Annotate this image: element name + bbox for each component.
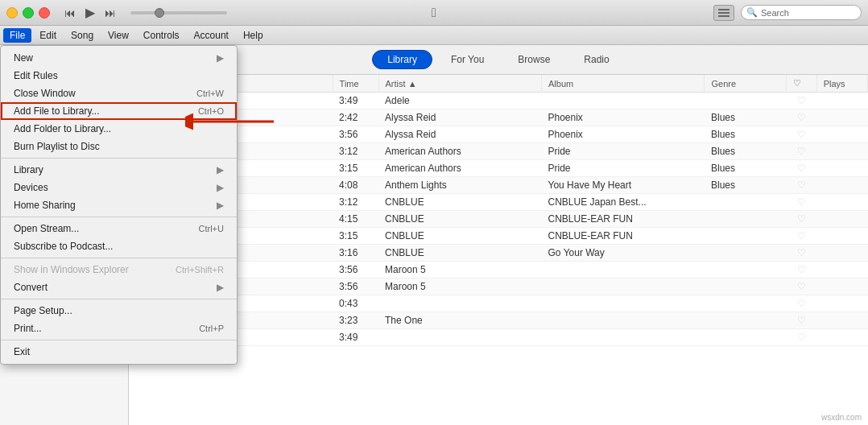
back-button[interactable]: ⏮: [61, 6, 79, 19]
cell-artist: American Authors: [378, 160, 541, 177]
tab-for-you[interactable]: For You: [436, 50, 499, 69]
table-row[interactable]: Instrumental) 3:16 CNBLUE Go Your Way ♡: [129, 245, 868, 262]
table-row[interactable]: a Merry Christmas 3:56 Maroon 5 ♡: [129, 279, 868, 295]
list-view-button[interactable]: [713, 5, 734, 21]
table-row[interactable]: 3:12 American Authors Pride Blues ♡: [129, 143, 868, 160]
progress-bar[interactable]: [130, 11, 227, 14]
minimize-button[interactable]: [6, 7, 18, 19]
close-button[interactable]: [39, 7, 50, 19]
cell-time: 3:23: [333, 312, 378, 329]
cell-artist: Maroon 5: [378, 262, 541, 279]
cell-album: CNBLUE Japan Best...: [542, 194, 705, 211]
cell-heart: ♡: [786, 126, 816, 143]
submenu-arrow-icon: ▶: [217, 52, 224, 64]
titlebar: ⏮ ▶ ⏭  🔍: [0, 0, 868, 26]
menu-item-exit[interactable]: Exit: [1, 343, 237, 361]
menu-item-devices[interactable]: Devices ▶: [1, 179, 237, 196]
col-artist[interactable]: Artist ▲: [378, 75, 541, 93]
table-row[interactable]: Rolling In The Deep 3:49 Adele ♡: [129, 93, 868, 109]
table-row[interactable]: 3:15 American Authors Pride Blues ♡: [129, 160, 868, 177]
menu-account[interactable]: Account: [188, 28, 235, 43]
menu-item-print[interactable]: Print... Ctrl+P: [1, 320, 237, 337]
menu-item-home-sharing-label: Home Sharing: [14, 200, 76, 211]
cell-plays: [816, 295, 867, 312]
cell-artist: Adele: [378, 93, 541, 109]
tab-library[interactable]: Library: [372, 50, 432, 69]
table-row[interactable]: Heart 4:08 Anthem Lights You Have My Hea…: [129, 177, 868, 194]
cell-plays: [816, 279, 867, 295]
cell-artist: Alyssa Reid: [378, 109, 541, 126]
menu-item-home-sharing[interactable]: Home Sharing ▶: [1, 196, 237, 214]
col-album[interactable]: Album: [542, 75, 705, 93]
menu-item-subscribe-podcast[interactable]: Subscribe to Podcast...: [1, 237, 237, 255]
content-area: Library For You Browse Radio Time Artist…: [129, 45, 868, 425]
menu-help[interactable]: Help: [237, 28, 270, 43]
maximize-button[interactable]: [23, 7, 34, 19]
cell-time: 3:56: [333, 126, 378, 143]
menu-item-page-setup[interactable]: Page Setup...: [1, 302, 237, 320]
cell-artist: Alyssa Reid: [378, 126, 541, 143]
table-row[interactable]: mas 3:56 Maroon 5 ♡: [129, 262, 868, 279]
window-controls: [6, 7, 50, 19]
table-row[interactable]: 3:15 CNBLUE CNBLUE-EAR FUN ♡: [129, 228, 868, 245]
menu-item-show-explorer: Show in Windows Explorer Ctrl+Shift+R: [1, 261, 237, 279]
col-time[interactable]: Time: [333, 75, 378, 93]
menu-item-burn-playlist[interactable]: Burn Playlist to Disc: [1, 138, 237, 155]
cell-time: 2:42: [333, 109, 378, 126]
cell-time: 3:49: [333, 329, 378, 346]
cell-heart: ♡: [786, 109, 816, 126]
cell-plays: [816, 143, 867, 160]
cell-heart: ♡: [786, 93, 816, 109]
col-plays[interactable]: Plays: [816, 75, 867, 93]
menu-item-close-window[interactable]: Close Window Ctrl+W: [1, 85, 237, 102]
convert-submenu-arrow-icon: ▶: [217, 282, 224, 293]
search-input[interactable]: [761, 8, 858, 18]
cell-heart: ♡: [786, 211, 816, 228]
play-button[interactable]: ▶: [82, 5, 98, 20]
menu-item-new[interactable]: New ▶: [1, 49, 237, 67]
search-box[interactable]: 🔍: [741, 5, 862, 20]
table-row[interactable]: &Daft Punk-Starboy 3:49 ♡: [129, 329, 868, 346]
tab-browse[interactable]: Browse: [502, 50, 565, 69]
menu-item-convert[interactable]: Convert ▶: [1, 279, 237, 296]
cell-plays: [816, 109, 867, 126]
cell-heart: ♡: [786, 228, 816, 245]
cell-album: CNBLUE-EAR FUN: [542, 211, 705, 228]
cell-heart: ♡: [786, 329, 816, 346]
menu-item-edit-rules[interactable]: Edit Rules: [1, 67, 237, 85]
menu-controls[interactable]: Controls: [137, 28, 186, 43]
print-shortcut: Ctrl+P: [199, 324, 224, 333]
menu-song[interactable]: Song: [64, 28, 100, 43]
menu-item-open-stream-label: Open Stream...: [14, 223, 79, 234]
devices-submenu-arrow-icon: ▶: [217, 182, 224, 193]
cell-artist: CNBLUE: [378, 228, 541, 245]
menu-item-devices-label: Devices: [14, 182, 48, 193]
menu-view[interactable]: View: [101, 28, 135, 43]
forward-button[interactable]: ⏭: [101, 6, 119, 19]
menu-item-library[interactable]: Library ▶: [1, 161, 237, 179]
cell-plays: [816, 312, 867, 329]
cell-plays: [816, 160, 867, 177]
cell-album: Go Your Way: [542, 245, 705, 262]
menu-file[interactable]: File: [3, 28, 31, 43]
cell-time: 3:16: [333, 245, 378, 262]
watermark: wsxdn.com: [821, 413, 862, 422]
annotation-arrow: [185, 109, 282, 136]
table-row[interactable]: 3:23 The One ♡: [129, 312, 868, 329]
table-row[interactable]: me 3:12 CNBLUE CNBLUE Japan Best... ♡: [129, 194, 868, 211]
cell-album: Pride: [542, 143, 705, 160]
table-row[interactable]: 4:15 CNBLUE CNBLUE-EAR FUN ♡: [129, 211, 868, 228]
separator-5: [1, 340, 237, 340]
cell-genre: Blues: [705, 177, 786, 194]
menu-item-open-stream[interactable]: Open Stream... Ctrl+U: [1, 220, 237, 237]
table-row[interactable]: 0b80f2f776f119c0b9... 0:43 ♡: [129, 295, 868, 312]
col-genre[interactable]: Genre: [705, 75, 786, 93]
col-heart[interactable]: ♡: [786, 75, 816, 93]
tab-radio[interactable]: Radio: [568, 50, 624, 69]
menu-edit[interactable]: Edit: [33, 28, 63, 43]
cell-heart: ♡: [786, 194, 816, 211]
menu-item-page-setup-label: Page Setup...: [14, 305, 72, 316]
cell-artist: CNBLUE: [378, 245, 541, 262]
cell-album: [542, 312, 705, 329]
cell-artist: CNBLUE: [378, 194, 541, 211]
